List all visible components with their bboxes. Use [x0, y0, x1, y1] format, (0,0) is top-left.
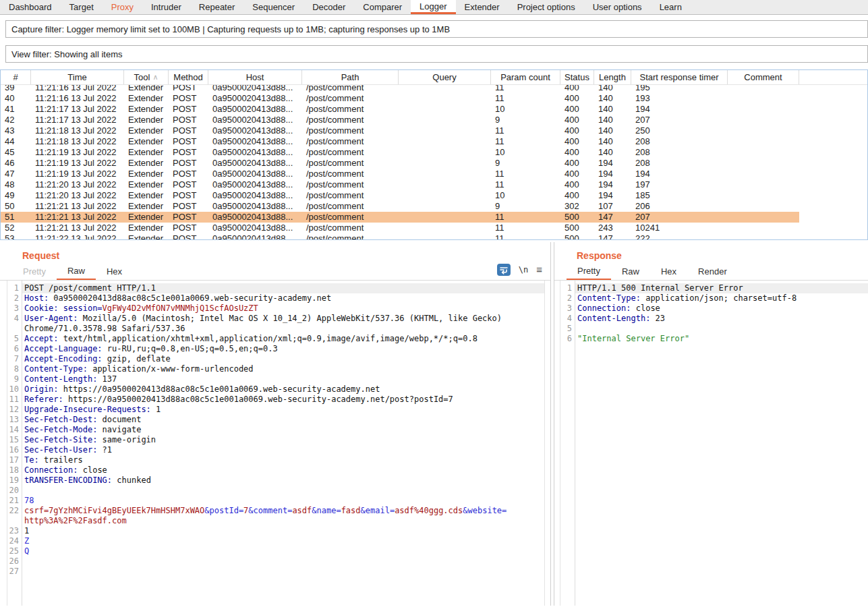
log-entry-row-41[interactable]: 4111:21:17 13 Jul 2022ExtenderPOST0a9500… — [1, 104, 867, 115]
newline-chars-icon[interactable]: \n — [519, 265, 528, 274]
code-line[interactable]: 12Upgrade-Insecure-Requests: 1 — [7, 405, 544, 415]
log-entry-row-44[interactable]: 4411:21:18 13 Jul 2022ExtenderPOST0a9500… — [1, 136, 867, 147]
menu-tab-target[interactable]: Target — [61, 0, 103, 14]
log-entry-row-43[interactable]: 4311:21:18 13 Jul 2022ExtenderPOST0a9500… — [1, 125, 867, 136]
column-header-param-count[interactable]: Param count — [491, 70, 560, 84]
cell-method: POST — [169, 125, 208, 136]
code-text: Referer: https://0a9500020413d88ac08c5c1… — [22, 395, 544, 405]
code-segment: http%3A%2F%2Fasdf.com — [24, 516, 127, 525]
response-tabs: PrettyRawHexRender — [554, 262, 868, 281]
code-line[interactable]: 22csrf=7gYzhMCiFvi4gBEyUEEk7HmHSHM7xWAO&… — [7, 506, 544, 516]
menu-tab-project-options[interactable]: Project options — [509, 0, 584, 14]
log-entry-row-40[interactable]: 4011:21:16 13 Jul 2022ExtenderPOST0a9500… — [1, 93, 867, 104]
code-line[interactable]: 18Connection: close — [7, 465, 544, 475]
response-tab-raw[interactable]: Raw — [611, 262, 650, 280]
log-entry-row-39[interactable]: 3911:21:16 13 Jul 2022ExtenderPOST0a9500… — [1, 85, 867, 93]
column-header-[interactable]: # — [1, 70, 31, 84]
code-line[interactable]: 9Content-Length: 137 — [7, 374, 544, 384]
column-header-status[interactable]: Status — [560, 70, 594, 84]
request-editor[interactable]: 1POST /post/comment HTTP/1.12Host: 0a950… — [7, 281, 545, 606]
column-header-start-response-timer[interactable]: Start response timer — [631, 70, 728, 84]
menu-tab-repeater[interactable]: Repeater — [190, 0, 243, 14]
code-line[interactable]: 6"Internal Server Error" — [560, 334, 868, 344]
response-tab-pretty[interactable]: Pretty — [567, 262, 611, 280]
pretty-print-icon[interactable] — [497, 264, 511, 276]
cell-host: 0a9500020413d88... — [208, 104, 302, 115]
code-line[interactable]: 2Host: 0a9500020413d88ac08c5c1e001a0069.… — [7, 293, 544, 304]
menu-tab-user-options[interactable]: User options — [584, 0, 651, 14]
code-segment: tRANSFER-ENCODING: — [24, 475, 117, 485]
log-entry-row-45[interactable]: 4511:21:19 13 Jul 2022ExtenderPOST0a9500… — [1, 147, 867, 158]
cell-param-count: 11 — [491, 85, 560, 93]
code-line[interactable]: 4User-Agent: Mozilla/5.0 (Macintosh; Int… — [7, 314, 544, 324]
log-entry-row-42[interactable]: 4211:21:17 13 Jul 2022ExtenderPOST0a9500… — [1, 115, 867, 125]
code-line[interactable]: 2Content-Type: application/json; charset… — [560, 293, 868, 304]
menu-tab-extender[interactable]: Extender — [456, 0, 509, 14]
response-editor[interactable]: 1HTTP/1.1 500 Internal Server Error2Cont… — [560, 281, 868, 606]
code-line[interactable]: 1POST /post/comment HTTP/1.1 — [7, 283, 544, 293]
code-line[interactable]: 1HTTP/1.1 500 Internal Server Error — [560, 283, 868, 293]
request-tab-raw[interactable]: Raw — [57, 262, 96, 280]
capture-filter-bar[interactable]: Capture filter: Logger memory limit set … — [5, 20, 868, 38]
menu-tab-sequencer[interactable]: Sequencer — [243, 0, 303, 14]
response-tab-render[interactable]: Render — [687, 262, 738, 280]
menu-tab-learn[interactable]: Learn — [651, 0, 691, 14]
code-line[interactable]: 5 — [560, 324, 868, 334]
code-line[interactable]: 14Sec-Fetch-Mode: navigate — [7, 425, 544, 435]
code-line[interactable]: 8Content-Type: application/x-www-form-ur… — [7, 364, 544, 374]
code-line[interactable]: 10Origin: https://0a9500020413d88ac08c5c… — [7, 384, 544, 395]
menu-tab-intruder[interactable]: Intruder — [142, 0, 190, 14]
code-line[interactable]: 11Referer: https://0a9500020413d88ac08c5… — [7, 395, 544, 405]
code-line[interactable]: 27 — [7, 567, 544, 577]
column-header-path[interactable]: Path — [302, 70, 399, 84]
editor-menu-icon[interactable]: ≡ — [536, 264, 542, 275]
code-line[interactable]: 13Sec-Fetch-Dest: document — [7, 415, 544, 425]
menu-tab-comparer[interactable]: Comparer — [354, 0, 411, 14]
code-line[interactable]: 231 — [7, 526, 544, 536]
cell-tool: Extender — [124, 233, 169, 239]
column-header-length[interactable]: Length — [594, 70, 631, 84]
log-entry-row-46[interactable]: 4611:21:19 13 Jul 2022ExtenderPOST0a9500… — [1, 158, 867, 169]
log-entry-row-50[interactable]: 5011:21:21 13 Jul 2022ExtenderPOST0a9500… — [1, 201, 867, 212]
request-tab-hex[interactable]: Hex — [96, 262, 133, 280]
column-header-query[interactable]: Query — [399, 70, 491, 84]
menu-tab-dashboard[interactable]: Dashboard — [0, 0, 61, 14]
code-line[interactable]: 17Te: trailers — [7, 455, 544, 465]
log-entry-row-49[interactable]: 4911:21:20 13 Jul 2022ExtenderPOST0a9500… — [1, 190, 867, 201]
code-line[interactable]: 25Q — [7, 546, 544, 556]
code-segment: Upgrade-Insecure-Requests: — [24, 405, 156, 414]
code-line[interactable]: Chrome/71.0.3578.98 Safari/537.36 — [7, 324, 544, 334]
log-entry-row-51[interactable]: 5111:21:21 13 Jul 2022ExtenderPOST0a9500… — [1, 212, 867, 223]
code-line[interactable]: 5Accept: text/html,application/xhtml+xml… — [7, 334, 544, 344]
view-filter-bar[interactable]: View filter: Showing all items — [5, 45, 868, 63]
log-entry-row-48[interactable]: 4811:21:20 13 Jul 2022ExtenderPOST0a9500… — [1, 179, 867, 190]
code-line[interactable]: 3Connection: close — [560, 304, 868, 314]
code-line[interactable]: 2178 — [7, 496, 544, 506]
column-header-comment[interactable]: Comment — [728, 70, 799, 84]
column-header-tool[interactable]: Tool∧ — [124, 70, 169, 84]
code-line[interactable]: 16Sec-Fetch-User: ?1 — [7, 445, 544, 455]
code-line[interactable]: 4Content-Length: 23 — [560, 314, 868, 324]
code-line[interactable]: 15Sec-Fetch-Site: same-origin — [7, 435, 544, 445]
code-text: Cookie: session=VgFWy4D2vMfON7vMNMhjQ1Sc… — [22, 304, 544, 314]
code-line[interactable]: 20 — [7, 486, 544, 496]
menu-tab-decoder[interactable]: Decoder — [303, 0, 354, 14]
log-entry-row-53[interactable]: 5311:21:22 13 Jul 2022ExtenderPOST0a9500… — [1, 233, 867, 239]
code-line[interactable]: 6Accept-Language: ru-RU,ru;q=0.8,en-US;q… — [7, 344, 544, 354]
code-line[interactable]: http%3A%2F%2Fasdf.com — [7, 516, 544, 526]
line-number: 2 — [560, 293, 575, 304]
column-header-host[interactable]: Host — [208, 70, 302, 84]
code-line[interactable]: 19tRANSFER-ENCODING: chunked — [7, 475, 544, 486]
code-line[interactable]: 7Accept-Encoding: gzip, deflate — [7, 354, 544, 364]
code-line[interactable]: 26 — [7, 556, 544, 567]
menu-tab-logger[interactable]: Logger — [411, 0, 455, 14]
code-line[interactable]: 24Z — [7, 536, 544, 546]
column-header-method[interactable]: Method — [169, 70, 208, 84]
request-tab-pretty[interactable]: Pretty — [12, 262, 57, 280]
log-entry-row-47[interactable]: 4711:21:19 13 Jul 2022ExtenderPOST0a9500… — [1, 169, 867, 179]
log-entry-row-52[interactable]: 5211:21:21 13 Jul 2022ExtenderPOST0a9500… — [1, 223, 867, 233]
column-header-time[interactable]: Time — [31, 70, 124, 84]
response-tab-hex[interactable]: Hex — [650, 262, 687, 280]
menu-tab-proxy[interactable]: Proxy — [103, 0, 142, 14]
code-line[interactable]: 3Cookie: session=VgFWy4D2vMfON7vMNMhjQ1S… — [7, 304, 544, 314]
